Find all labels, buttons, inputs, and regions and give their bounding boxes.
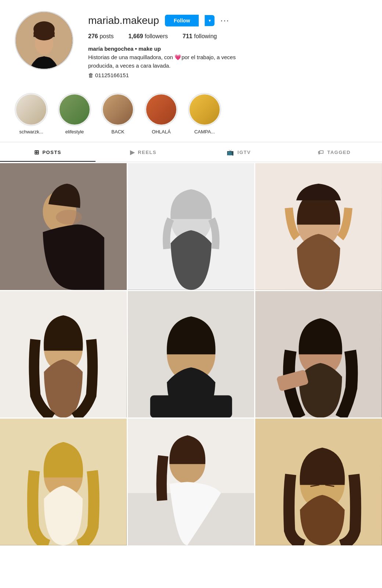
tab-label-1: REELS <box>138 150 156 155</box>
highlight-label-2: BACK <box>111 129 124 135</box>
highlights-section: schwarzk... elifestyle BACK OHLALÁ CAMPA… <box>0 86 382 142</box>
post-photo-8 <box>255 419 382 545</box>
tab-icon-0: ⊞ <box>34 149 40 156</box>
highlight-circle-3 <box>145 93 178 126</box>
svg-point-9 <box>56 210 82 225</box>
avatar <box>15 11 73 70</box>
tab-label-0: POSTS <box>42 150 61 155</box>
tab-tagged[interactable]: 🏷 TAGGED <box>286 144 382 162</box>
highlight-circle-4 <box>188 93 221 126</box>
highlight-item-2[interactable]: BACK <box>101 93 134 135</box>
tab-icon-1: ▶ <box>130 149 135 156</box>
tab-label-2: IGTV <box>238 150 251 155</box>
highlight-image-3 <box>146 94 176 125</box>
tab-posts[interactable]: ⊞ POSTS <box>0 144 96 162</box>
highlight-item-4[interactable]: CAMPA... <box>188 93 221 135</box>
bio-phone[interactable]: 🗑 01125166151 <box>88 72 367 78</box>
highlight-label-0: schwarzk... <box>19 129 43 135</box>
highlight-label-4: CAMPA... <box>194 129 215 135</box>
highlight-circle-0 <box>15 93 48 126</box>
post-photo-4 <box>128 291 255 418</box>
highlight-image-1 <box>60 94 90 125</box>
more-options-button[interactable]: ··· <box>220 16 229 25</box>
grid-post-item[interactable] <box>128 291 255 418</box>
post-photo-7 <box>128 419 255 545</box>
bio-text: Historias de una maquilladora, con 💗por … <box>88 53 242 70</box>
bio-name: maría bengochea • make up <box>88 46 367 52</box>
highlight-circle-1 <box>58 93 91 126</box>
post-photo-0 <box>0 163 127 290</box>
follow-dropdown-button[interactable]: ▾ <box>205 15 215 26</box>
grid-post-item[interactable] <box>128 419 255 545</box>
highlight-circle-2 <box>101 93 134 126</box>
highlight-image-4 <box>190 94 220 125</box>
follow-button[interactable]: Follow <box>165 15 199 26</box>
post-photo-2 <box>255 163 382 290</box>
post-photo-3 <box>0 291 127 418</box>
post-photo-1 <box>128 163 255 290</box>
highlight-label-1: elifestyle <box>65 129 84 135</box>
tab-igtv[interactable]: 📺 IGTV <box>191 144 286 162</box>
following-count: 711 <box>183 33 192 39</box>
highlight-image-2 <box>103 94 133 125</box>
posts-grid <box>0 162 382 546</box>
grid-post-item[interactable] <box>128 163 255 290</box>
followers-stat[interactable]: 1,669 followers <box>128 33 168 40</box>
profile-top-row: mariab.makeup Follow ▾ ··· <box>88 15 367 26</box>
tab-icon-3: 🏷 <box>318 149 324 156</box>
stats-row: 276 posts 1,669 followers 711 following <box>88 33 367 40</box>
highlight-item-0[interactable]: schwarzk... <box>15 93 48 135</box>
post-photo-6 <box>0 419 127 545</box>
tabs-section: ⊞ POSTS ▶ REELS 📺 IGTV 🏷 TAGGED <box>0 144 382 162</box>
grid-post-item[interactable] <box>0 419 127 545</box>
posts-count: 276 <box>88 33 98 39</box>
profile-section: mariab.makeup Follow ▾ ··· 276 posts 1,6… <box>0 0 382 86</box>
grid-post-item[interactable] <box>255 163 382 290</box>
phone-icon: 🗑 <box>88 72 94 78</box>
posts-label: posts <box>100 33 113 39</box>
grid-post-item[interactable] <box>255 291 382 418</box>
highlight-image-0 <box>16 94 46 125</box>
highlight-item-3[interactable]: OHLALÁ <box>145 93 178 135</box>
profile-info: mariab.makeup Follow ▾ ··· 276 posts 1,6… <box>88 11 367 78</box>
tab-reels[interactable]: ▶ REELS <box>96 144 191 162</box>
following-stat[interactable]: 711 following <box>183 33 217 40</box>
grid-post-item[interactable] <box>255 419 382 545</box>
highlight-label-3: OHLALÁ <box>152 129 170 135</box>
posts-stat[interactable]: 276 posts <box>88 33 113 40</box>
highlight-item-1[interactable]: elifestyle <box>58 93 91 135</box>
username: mariab.makeup <box>88 15 159 26</box>
followers-count: 1,669 <box>128 33 143 39</box>
grid-post-item[interactable] <box>0 291 127 418</box>
avatar-container <box>15 11 73 70</box>
tab-label-3: TAGGED <box>327 150 351 155</box>
post-photo-5 <box>255 291 382 418</box>
tab-icon-2: 📺 <box>227 149 235 156</box>
svg-rect-18 <box>150 395 232 418</box>
phone-number: 01125166151 <box>95 72 129 78</box>
grid-post-item[interactable] <box>0 163 127 290</box>
